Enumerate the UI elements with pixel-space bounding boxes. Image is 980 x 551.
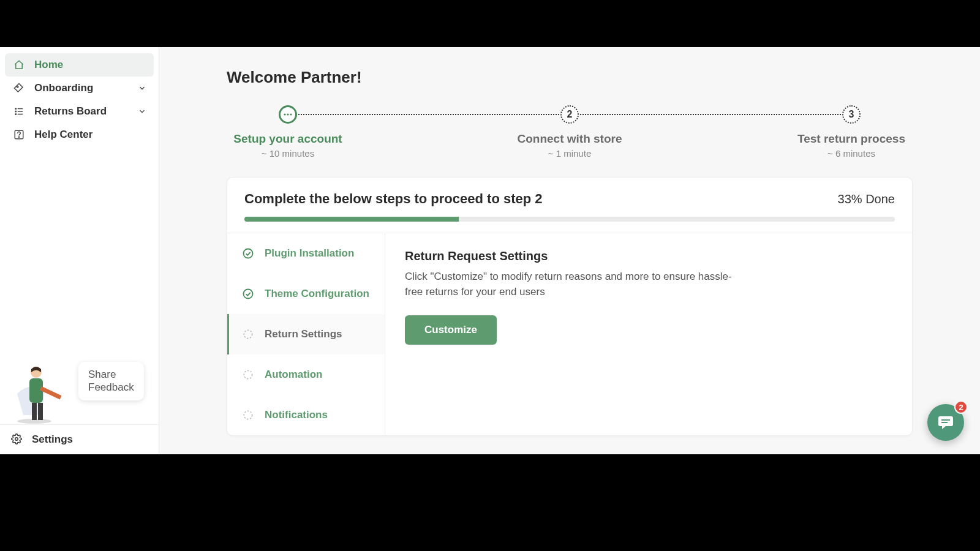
svg-rect-24 [938, 416, 953, 426]
help-icon [12, 128, 26, 141]
svg-point-19 [244, 249, 253, 258]
substep-return-settings[interactable]: Return Settings [227, 314, 385, 354]
substep-label: Notifications [265, 409, 328, 421]
sidebar-item-label: Returns Board [34, 105, 107, 118]
card-title: Complete the below steps to proceed to s… [244, 191, 543, 207]
step-circle: 3 [842, 105, 861, 124]
svg-point-18 [290, 113, 292, 115]
svg-point-20 [244, 290, 253, 299]
sidebar-item-home[interactable]: Home [5, 53, 154, 77]
feedback-text-2: Feedback [88, 381, 134, 394]
substeps-list: Plugin Installation Theme Configuration … [227, 233, 385, 435]
detail-title: Return Request Settings [405, 249, 892, 263]
sidebar-item-returns-board[interactable]: Returns Board [5, 100, 154, 123]
substep-automation[interactable]: Automation [227, 354, 385, 395]
detail-description: Click "Customize" to modify return reaso… [405, 269, 748, 299]
svg-point-21 [244, 330, 252, 338]
sidebar-item-help-center[interactable]: Help Center [5, 123, 154, 146]
feedback-bubble: Share Feedback [78, 362, 144, 400]
stepper-step-3[interactable]: 3 Test return process ~ 6 minutes [790, 105, 913, 159]
substep-label: Automation [265, 369, 322, 381]
check-circle-icon [241, 287, 255, 301]
progress-bar [244, 217, 895, 222]
list-icon [12, 105, 26, 118]
step-label: Test return process [797, 132, 905, 146]
feedback-text-1: Share [88, 368, 134, 381]
dotted-circle-icon [241, 328, 255, 341]
step-sub: ~ 10 minutes [262, 148, 314, 159]
onboarding-stepper: Setup your account ~ 10 minutes 2 Connec… [227, 105, 913, 159]
step-circle [279, 105, 297, 124]
sidebar: Home Onboarding Returns Board [0, 47, 159, 454]
settings-label: Settings [32, 433, 73, 446]
svg-rect-14 [38, 403, 43, 420]
substep-notifications[interactable]: Notifications [227, 395, 385, 435]
sidebar-item-label: Onboarding [34, 82, 93, 94]
svg-point-16 [284, 113, 285, 115]
step-sub: ~ 1 minute [548, 148, 591, 159]
nav-list: Home Onboarding Returns Board [0, 47, 159, 152]
svg-point-15 [15, 438, 18, 441]
page-title: Welcome Partner! [227, 68, 913, 87]
progress-label: 33% Done [838, 192, 895, 206]
check-circle-icon [241, 247, 255, 260]
tag-icon [12, 81, 26, 95]
substep-theme-configuration[interactable]: Theme Configuration [227, 274, 385, 314]
svg-point-8 [18, 137, 19, 137]
customize-button[interactable]: Customize [405, 315, 497, 345]
stepper-step-1[interactable]: Setup your account ~ 10 minutes [227, 105, 349, 159]
share-feedback-widget[interactable]: Share Feedback [0, 351, 159, 424]
svg-point-0 [17, 86, 18, 88]
stepper-step-2[interactable]: 2 Connect with store ~ 1 minute [508, 105, 631, 159]
main-content: Welcome Partner! Setup your account ~ 10… [159, 47, 980, 454]
chevron-down-icon [138, 84, 146, 92]
sidebar-item-settings[interactable]: Settings [0, 424, 159, 454]
home-icon [12, 58, 26, 72]
svg-point-22 [244, 370, 252, 378]
step-label: Setup your account [233, 132, 342, 146]
substep-label: Return Settings [265, 328, 342, 340]
chat-badge: 2 [954, 400, 968, 414]
svg-point-6 [15, 114, 17, 115]
substep-label: Plugin Installation [265, 247, 354, 260]
svg-point-23 [244, 411, 252, 419]
step-sub: ~ 6 minutes [827, 148, 875, 159]
sidebar-item-label: Home [34, 59, 63, 71]
feedback-illustration [11, 357, 66, 424]
progress-fill [244, 217, 459, 222]
svg-point-4 [15, 108, 17, 110]
substep-plugin-installation[interactable]: Plugin Installation [227, 233, 385, 274]
step-circle: 2 [560, 105, 579, 124]
svg-point-17 [287, 113, 288, 115]
step-label: Connect with store [517, 132, 622, 146]
chat-button[interactable]: 2 [927, 404, 964, 441]
sidebar-item-label: Help Center [34, 129, 92, 141]
substep-detail: Return Request Settings Click "Customize… [385, 233, 912, 435]
svg-marker-25 [942, 426, 946, 429]
gear-icon [11, 433, 23, 446]
substep-label: Theme Configuration [265, 288, 369, 300]
chevron-down-icon [138, 107, 146, 116]
svg-point-5 [15, 111, 17, 112]
onboarding-card: Complete the below steps to proceed to s… [227, 177, 913, 436]
chat-icon [937, 415, 954, 430]
dotted-circle-icon [241, 408, 255, 422]
sidebar-item-onboarding[interactable]: Onboarding [5, 77, 154, 100]
svg-rect-13 [32, 403, 37, 420]
dotted-circle-icon [241, 368, 255, 381]
